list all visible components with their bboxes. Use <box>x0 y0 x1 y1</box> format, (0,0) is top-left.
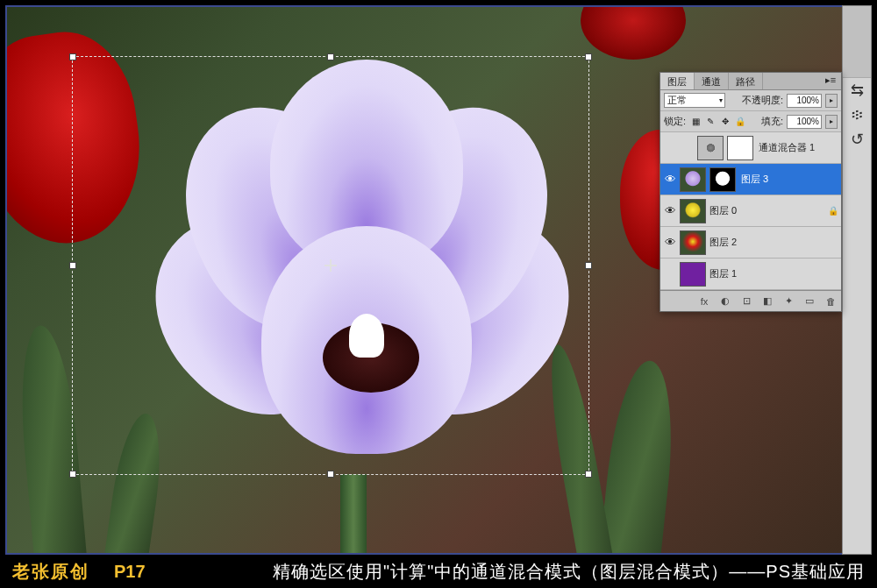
transform-center-icon[interactable] <box>324 259 337 272</box>
transform-handle[interactable] <box>327 471 334 478</box>
transform-handle[interactable] <box>327 53 334 60</box>
blend-mode-select[interactable]: 正常 <box>664 93 725 108</box>
transform-handle[interactable] <box>585 53 592 60</box>
opacity-label: 不透明度: <box>742 94 783 107</box>
layer-style-icon[interactable]: ◐ <box>718 294 732 308</box>
transform-marquee[interactable] <box>72 56 589 475</box>
lock-transparency-icon[interactable]: ▦ <box>689 117 702 126</box>
tab-channels[interactable]: 通道 <box>695 73 729 89</box>
visibility-toggle-icon[interactable]: 👁 <box>660 236 680 249</box>
new-layer-icon[interactable]: ▭ <box>802 294 816 308</box>
panel-tab-bar: 图层 通道 路径 ▸≡ <box>660 73 841 90</box>
layer-row[interactable]: 通道混合器 1 <box>660 132 841 164</box>
side-tool-icon[interactable]: ↺ <box>843 127 871 152</box>
side-tool-icon[interactable]: ⇆ <box>843 78 871 103</box>
layer-name[interactable]: 图层 2 <box>709 236 825 249</box>
layers-panel: 图层 通道 路径 ▸≡ 正常 不透明度: 100% ▸ 锁定: ▦ ✎ ✥ 🔒 … <box>660 72 842 312</box>
layer-thumbnail[interactable] <box>680 262 706 287</box>
fill-label: 填充: <box>761 115 783 128</box>
layer-mask-thumbnail[interactable] <box>727 136 753 160</box>
trash-icon[interactable]: 🗑 <box>824 294 838 308</box>
visibility-toggle-icon[interactable]: 👁 <box>660 173 680 186</box>
layer-thumbnail[interactable] <box>680 230 706 255</box>
layer-list: 通道混合器 1👁图层 3👁图层 0🔒👁图层 2图层 1 <box>660 132 841 290</box>
layer-name[interactable]: 通道混合器 1 <box>759 141 825 154</box>
caption-page: P17 <box>114 562 146 582</box>
panel-bottom-bar: fx◐⊡◧✦▭🗑 <box>660 290 841 311</box>
side-toolbar: ⇆፨↺ <box>842 5 872 555</box>
layer-row[interactable]: 👁图层 0🔒 <box>660 195 841 227</box>
layer-thumbnail[interactable] <box>697 136 724 160</box>
tab-paths[interactable]: 路径 <box>729 73 763 89</box>
lock-label: 锁定: <box>664 115 686 128</box>
transform-handle[interactable] <box>69 262 76 269</box>
layer-row[interactable]: 👁图层 2 <box>660 227 841 259</box>
transform-handle[interactable] <box>69 471 76 478</box>
caption-bar: 老张原创 P17 精确选区使用"计算"中的通道混合模式（图层混合模式）——PS基… <box>0 555 877 588</box>
fx-icon[interactable]: fx <box>697 294 711 308</box>
fill-input[interactable]: 100% <box>787 115 822 129</box>
side-tool-icon[interactable]: ፨ <box>843 103 871 127</box>
adjustment-layer-icon[interactable]: ◧ <box>760 294 774 308</box>
layer-thumbnail[interactable] <box>680 199 706 223</box>
new-group-icon[interactable]: ✦ <box>781 294 795 308</box>
tab-layers[interactable]: 图层 <box>660 73 695 89</box>
visibility-toggle-icon[interactable]: 👁 <box>660 204 680 217</box>
add-mask-icon[interactable]: ⊡ <box>739 294 753 308</box>
caption-author: 老张原创 <box>12 560 89 584</box>
flower-stem <box>340 474 367 553</box>
transform-handle[interactable] <box>69 53 76 60</box>
layer-row[interactable]: 👁图层 3 <box>660 164 841 195</box>
lock-all-icon[interactable]: 🔒 <box>734 117 746 126</box>
transform-handle[interactable] <box>585 262 592 269</box>
lock-pixels-icon[interactable]: ✎ <box>704 117 717 126</box>
opacity-input[interactable]: 100% <box>787 94 822 108</box>
lock-icon: 🔒 <box>825 206 841 216</box>
layer-name[interactable]: 图层 1 <box>709 267 825 280</box>
layer-name[interactable]: 图层 0 <box>709 204 825 217</box>
layer-name[interactable]: 图层 3 <box>741 173 825 186</box>
transform-handle[interactable] <box>585 471 592 478</box>
layer-thumbnail[interactable] <box>680 167 706 192</box>
caption-title: 精确选区使用"计算"中的通道混合模式（图层混合模式）——PS基础应用 <box>273 560 865 584</box>
panel-menu-icon[interactable]: ▸≡ <box>820 73 841 89</box>
layer-mask-thumbnail[interactable] <box>709 167 736 192</box>
opacity-slider-toggle[interactable]: ▸ <box>825 94 838 108</box>
fill-slider-toggle[interactable]: ▸ <box>825 115 838 129</box>
layer-row[interactable]: 图层 1 <box>660 259 841 290</box>
lock-position-icon[interactable]: ✥ <box>719 117 731 126</box>
